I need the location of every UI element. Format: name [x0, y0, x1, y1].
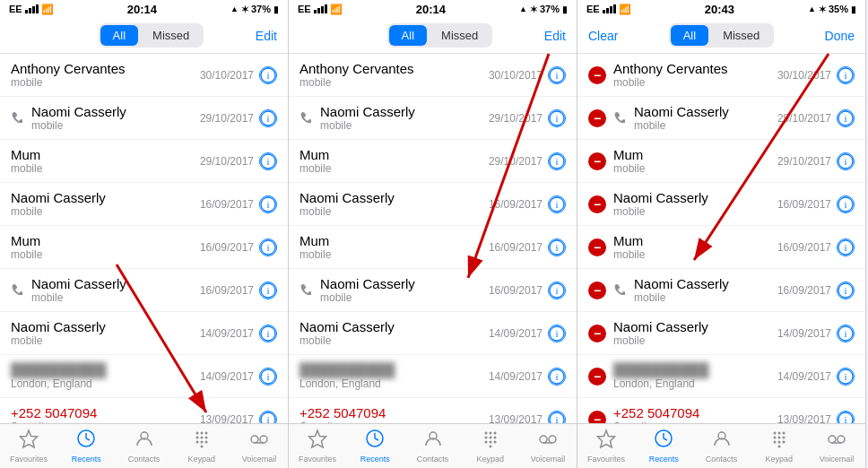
- call-date: 29/10/2017: [489, 155, 542, 168]
- info-icon[interactable]: i: [259, 282, 277, 299]
- call-item[interactable]: Mummobile16/09/2017i: [0, 226, 288, 269]
- delete-button[interactable]: −: [588, 282, 606, 299]
- edit-button[interactable]: Edit: [256, 29, 277, 43]
- voicemail-icon: [827, 429, 846, 453]
- call-type: Somalia: [613, 420, 777, 423]
- clear-button[interactable]: Clear: [588, 29, 618, 43]
- call-item[interactable]: −Naomi Casserlymobile29/10/2017i: [577, 97, 865, 140]
- info-icon[interactable]: i: [837, 411, 855, 424]
- info-icon[interactable]: i: [259, 238, 277, 256]
- call-name: Mum: [11, 147, 200, 162]
- tab-keypad[interactable]: Keypad: [751, 424, 808, 468]
- call-info: Naomi Casserlymobile: [299, 319, 489, 347]
- all-tab-button[interactable]: All: [671, 25, 708, 46]
- call-item[interactable]: ██████████London, England14/09/2017i: [0, 355, 288, 398]
- call-item[interactable]: Naomi Casserlymobile16/09/2017i: [0, 269, 288, 312]
- call-date: 16/09/2017: [777, 241, 831, 254]
- tab-voicemail[interactable]: Voicemail: [808, 424, 865, 468]
- delete-button[interactable]: −: [588, 238, 606, 256]
- info-icon[interactable]: i: [548, 325, 566, 342]
- call-item[interactable]: −Anthony Cervantesmobile30/10/2017i: [577, 54, 865, 97]
- info-icon[interactable]: i: [548, 109, 566, 127]
- call-item[interactable]: ██████████London, England14/09/2017i: [289, 355, 577, 398]
- call-item[interactable]: −Naomi Casserlymobile16/09/2017i: [577, 183, 865, 226]
- tab-recents[interactable]: Recents: [635, 424, 692, 468]
- info-icon[interactable]: i: [259, 368, 277, 386]
- bluetooth-icon: ✶: [819, 4, 826, 14]
- all-tab-button[interactable]: All: [389, 25, 427, 46]
- info-icon[interactable]: i: [259, 152, 277, 170]
- call-item[interactable]: Anthony Cervantesmobile30/10/2017i: [289, 54, 577, 97]
- call-item[interactable]: Mummobile29/10/2017i: [0, 140, 288, 183]
- tab-favourites[interactable]: Favourites: [289, 424, 346, 468]
- call-item[interactable]: +252 5047094Somalia13/09/2017i: [0, 398, 288, 423]
- call-item[interactable]: Naomi Casserlymobile16/09/2017i: [0, 183, 288, 226]
- tab-voicemail[interactable]: Voicemail: [519, 424, 577, 468]
- delete-button[interactable]: −: [588, 368, 606, 386]
- call-item[interactable]: Naomi Casserlymobile29/10/2017i: [0, 97, 288, 140]
- call-item[interactable]: Naomi Casserlymobile14/09/2017i: [0, 312, 288, 355]
- all-tab-button[interactable]: All: [100, 25, 138, 46]
- tab-contacts[interactable]: Contacts: [692, 424, 750, 468]
- delete-button[interactable]: −: [588, 195, 606, 213]
- call-date: 30/10/2017: [777, 69, 831, 82]
- delete-button[interactable]: −: [588, 66, 606, 84]
- call-item[interactable]: Naomi Casserlymobile16/09/2017i: [289, 269, 577, 312]
- info-icon[interactable]: i: [548, 411, 566, 424]
- info-icon[interactable]: i: [548, 195, 566, 213]
- call-item[interactable]: −██████████London, England14/09/2017i: [577, 355, 865, 398]
- delete-button[interactable]: −: [588, 325, 606, 342]
- info-icon[interactable]: i: [837, 109, 855, 127]
- info-icon[interactable]: i: [548, 238, 566, 256]
- info-icon[interactable]: i: [259, 325, 277, 342]
- info-icon[interactable]: i: [259, 109, 277, 127]
- info-icon[interactable]: i: [259, 195, 277, 213]
- call-item[interactable]: −Naomi Casserlymobile14/09/2017i: [577, 312, 865, 355]
- call-item[interactable]: Naomi Casserlymobile16/09/2017i: [289, 183, 577, 226]
- tab-favourites[interactable]: Favourites: [0, 424, 57, 468]
- delete-button[interactable]: −: [588, 152, 606, 170]
- call-item[interactable]: −Mummobile16/09/2017i: [577, 226, 865, 269]
- call-item[interactable]: −Naomi Casserlymobile16/09/2017i: [577, 269, 865, 312]
- call-name: Naomi Casserly: [11, 190, 200, 205]
- info-icon[interactable]: i: [837, 325, 855, 342]
- info-icon[interactable]: i: [548, 66, 566, 84]
- call-item[interactable]: −+252 5047094Somalia13/09/2017i: [577, 398, 865, 423]
- info-icon[interactable]: i: [837, 368, 855, 386]
- call-item[interactable]: +252 5047094Somalia13/09/2017i: [289, 398, 577, 423]
- delete-button[interactable]: −: [588, 109, 606, 127]
- info-icon[interactable]: i: [548, 282, 566, 299]
- call-item[interactable]: Anthony Cervantesmobile30/10/2017i: [0, 54, 288, 97]
- info-icon[interactable]: i: [837, 66, 855, 84]
- done-button[interactable]: Done: [825, 29, 855, 43]
- call-item[interactable]: −Mummobile29/10/2017i: [577, 140, 865, 183]
- svg-text:i: i: [844, 70, 846, 81]
- tab-voicemail[interactable]: Voicemail: [230, 424, 288, 468]
- missed-tab-button[interactable]: Missed: [710, 25, 772, 46]
- info-icon[interactable]: i: [837, 195, 855, 213]
- info-icon[interactable]: i: [259, 66, 277, 84]
- call-item[interactable]: Mummobile16/09/2017i: [289, 226, 577, 269]
- info-icon[interactable]: i: [837, 238, 855, 256]
- info-icon[interactable]: i: [548, 152, 566, 170]
- missed-tab-button[interactable]: Missed: [140, 25, 202, 46]
- missed-tab-button[interactable]: Missed: [429, 25, 490, 46]
- tab-keypad[interactable]: Keypad: [462, 424, 519, 468]
- delete-button[interactable]: −: [588, 411, 606, 424]
- tab-contacts[interactable]: Contacts: [404, 424, 461, 468]
- call-item[interactable]: Naomi Casserlymobile14/09/2017i: [289, 312, 577, 355]
- call-item[interactable]: Naomi Casserlymobile29/10/2017i: [289, 97, 577, 140]
- call-item[interactable]: Mummobile29/10/2017i: [289, 140, 577, 183]
- info-icon[interactable]: i: [837, 152, 855, 170]
- tab-recents[interactable]: Recents: [57, 424, 115, 468]
- tab-recents[interactable]: Recents: [346, 424, 404, 468]
- svg-point-111: [829, 436, 836, 443]
- edit-button[interactable]: Edit: [544, 29, 566, 43]
- tab-keypad[interactable]: Keypad: [173, 424, 230, 468]
- info-icon[interactable]: i: [259, 411, 277, 424]
- call-name: Naomi Casserly: [299, 319, 489, 334]
- tab-contacts[interactable]: Contacts: [115, 424, 172, 468]
- tab-favourites[interactable]: Favourites: [577, 424, 635, 468]
- info-icon[interactable]: i: [837, 282, 855, 299]
- info-icon[interactable]: i: [548, 368, 566, 386]
